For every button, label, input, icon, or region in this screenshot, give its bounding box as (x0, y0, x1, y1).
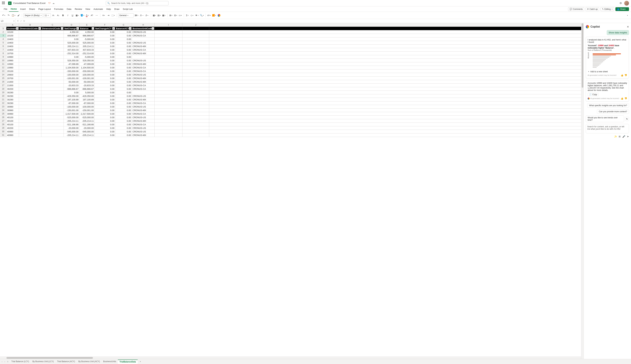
cell[interactable]: 0.00 (115, 48, 132, 52)
cell[interactable] (41, 84, 64, 87)
cell[interactable]: 0.00 (115, 62, 132, 66)
cell[interactable]: 0.00 (115, 119, 132, 122)
cell[interactable] (155, 94, 182, 98)
sparkle-icon[interactable]: ✨ (614, 135, 617, 138)
cell[interactable]: 40100 (7, 123, 19, 126)
cell[interactable]: 30990 (7, 105, 19, 108)
horizontal-scrollbar[interactable] (0, 356, 581, 359)
thumbs-up-icon[interactable]: 👍 (621, 97, 623, 100)
sheet-tab[interactable]: Trial Balance (ACY) (55, 360, 77, 364)
cell[interactable] (155, 130, 182, 133)
cell[interactable] (155, 27, 182, 30)
cell[interactable]: CRONUS-US (132, 73, 155, 76)
cell[interactable]: 0.00 (95, 84, 115, 87)
cell[interactable] (41, 52, 64, 55)
row-header[interactable]: 5 (0, 41, 7, 44)
cell[interactable]: -666,666.67 (64, 87, 79, 90)
row-header[interactable]: 15 (0, 76, 7, 80)
app-launcher-icon[interactable] (2, 2, 6, 5)
cell[interactable]: CRONUS-CA (132, 70, 155, 73)
cell[interactable] (155, 66, 182, 69)
suggestion-chip[interactable]: What specific insights are you looking f… (587, 103, 629, 108)
table-header-cell[interactable]: NetChangeACY▾ (95, 27, 115, 30)
share-button[interactable]: 👥 Share ▾ (615, 7, 629, 11)
row-header[interactable]: 12 (0, 66, 7, 69)
cell[interactable]: 10400 (7, 38, 19, 41)
cell[interactable]: CRONUS-CA (132, 123, 155, 126)
cell[interactable] (19, 119, 41, 122)
cell[interactable]: 0.00 (115, 91, 132, 94)
cell[interactable]: 40100 (7, 116, 19, 119)
cell[interactable] (182, 94, 209, 98)
cell[interactable]: 0.00 (115, 105, 132, 108)
copy-button[interactable]: 📄 Copy (588, 93, 599, 96)
cell[interactable]: CRONUS-US (132, 94, 155, 98)
cell[interactable]: -252,314.00 (79, 52, 95, 55)
ribbon-tab-script-lab[interactable]: Script Lab (121, 6, 134, 12)
add-to-sheet-button[interactable]: ＋ Add to a new sheet (588, 70, 627, 73)
row-header[interactable]: 19 (0, 91, 7, 94)
ribbon-tab-page-layout[interactable]: Page Layout (37, 6, 52, 12)
font-size-select[interactable]: 11▾ (43, 13, 51, 18)
cell[interactable] (19, 55, 41, 58)
cell[interactable]: 10990 (7, 66, 19, 69)
cell[interactable]: 30290 (7, 94, 19, 98)
cell[interactable]: 205,214.11 (64, 44, 79, 48)
catchup-button[interactable]: ⟳ Catch up (585, 7, 599, 11)
autosum-button[interactable]: Σ▾ (185, 13, 189, 18)
cell[interactable]: 4,350.00 (79, 30, 95, 34)
filter-dropdown-icon[interactable]: ▾ (112, 27, 115, 30)
cell[interactable] (19, 73, 41, 76)
cell[interactable]: 30200 (7, 87, 19, 90)
cell[interactable]: 0.00 (95, 94, 115, 98)
cell[interactable]: -100,000.00 (64, 73, 79, 76)
cell[interactable]: 0.00 (95, 80, 115, 84)
cell[interactable] (182, 30, 209, 34)
cell[interactable]: 0.00 (115, 66, 132, 69)
cell[interactable] (182, 119, 209, 122)
cell[interactable]: CRONUS-CA (132, 112, 155, 116)
sheet-tab[interactable]: By Business Unit (ACY) (77, 360, 102, 364)
cell[interactable] (41, 41, 64, 44)
ribbon-tab-draw[interactable]: Draw (113, 6, 121, 12)
cell[interactable]: 5,000.00 (79, 91, 95, 94)
decrease-font-button[interactable]: A↓ (56, 13, 60, 18)
cell[interactable]: -205,214.11 (64, 119, 79, 122)
cell[interactable] (155, 126, 182, 130)
cell[interactable]: 0.00 (115, 73, 132, 76)
row-header[interactable]: 29 (0, 126, 7, 130)
cell[interactable] (155, 52, 182, 55)
select-all-corner[interactable] (0, 23, 7, 26)
cell[interactable]: CRONUS-US (132, 105, 155, 108)
formula-input[interactable] (26, 19, 631, 23)
refresh-suggestions-button[interactable]: ↻ (625, 117, 629, 121)
ribbon-tab-automate[interactable]: Automate (92, 6, 105, 12)
cell[interactable]: -150,001.00 (79, 108, 95, 112)
cell[interactable]: -50,000.00 (79, 80, 95, 84)
cell[interactable] (41, 34, 64, 37)
cell[interactable]: 0.00 (95, 76, 115, 80)
cell[interactable]: 0.00 (95, 98, 115, 101)
cell[interactable] (19, 84, 41, 87)
cell[interactable]: 197,100.89 (64, 98, 79, 101)
ribbon-tab-share[interactable]: Share (28, 6, 37, 12)
ribbon-tab-help[interactable]: Help (105, 6, 113, 12)
cell[interactable]: 0.00 (64, 91, 79, 94)
cell[interactable] (182, 105, 209, 108)
more-font-button[interactable]: ⋯ (95, 13, 99, 18)
indent-button[interactable]: ⇥ (106, 13, 111, 18)
row-header[interactable]: 21 (0, 98, 7, 101)
cell[interactable] (155, 116, 182, 119)
cell[interactable]: -429,350.00 (64, 94, 79, 98)
row-header[interactable]: 26 (0, 116, 7, 119)
col-header[interactable]: D (64, 23, 79, 26)
borders-button[interactable]: ▦▾ (75, 13, 79, 18)
cell[interactable]: CRONUS-US (132, 30, 155, 34)
bold-button[interactable]: B (61, 13, 65, 18)
row-header[interactable]: 11 (0, 62, 7, 66)
cell[interactable] (155, 59, 182, 62)
cell[interactable]: 0.00 (95, 108, 115, 112)
cell[interactable]: -100,001.00 (79, 76, 95, 80)
cell[interactable] (19, 62, 41, 66)
cell[interactable]: 0.00 (115, 30, 132, 34)
